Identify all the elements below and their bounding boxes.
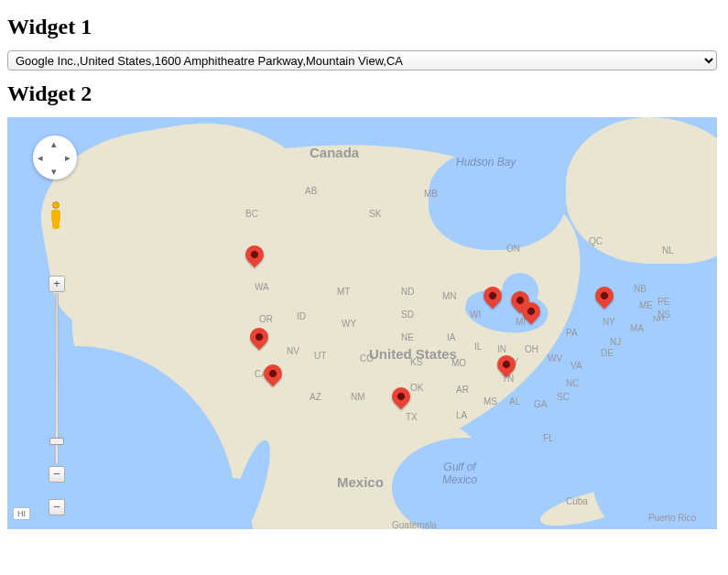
landmass [566, 117, 717, 264]
zoom-out-button[interactable]: − [49, 466, 65, 483]
pan-down-icon[interactable]: ▾ [51, 167, 57, 177]
location-select[interactable]: Google Inc.,United States,1600 Amphithea… [7, 50, 717, 71]
zoom-out-wrap: − [49, 465, 65, 483]
st-ma: MA [630, 323, 644, 333]
zoom-out-far-wrap: − [49, 498, 65, 515]
zoom-out-far-button[interactable]: − [49, 499, 65, 515]
st-ny: NY [603, 317, 615, 327]
pan-right-icon[interactable]: ▸ [65, 153, 71, 163]
st-sc: SC [557, 392, 570, 402]
pan-up-icon[interactable]: ▴ [51, 139, 57, 149]
st-ga: GA [534, 399, 547, 409]
hawaii-inset-button[interactable]: HI [13, 507, 30, 520]
pegman-icon[interactable] [48, 201, 64, 229]
water [429, 149, 566, 250]
widget1-heading: Widget 1 [7, 15, 721, 39]
water [593, 355, 717, 529]
prov-pe: PE [657, 297, 669, 307]
pan-control: ▴ ▾ ◂ ▸ [33, 136, 77, 179]
st-wv: WV [548, 353, 562, 363]
st-al: AL [509, 396, 520, 407]
zoom-in-button[interactable]: + [49, 276, 65, 292]
zoom-slider-handle[interactable] [49, 438, 64, 445]
st-nh: NH [653, 314, 665, 323]
widget2-heading: Widget 2 [7, 81, 721, 106]
st-va: VA [570, 361, 582, 371]
widget1-select-wrap: Google Inc.,United States,1600 Amphithea… [7, 50, 717, 71]
prov-ns: NS [657, 309, 670, 320]
st-nc: NC [566, 378, 579, 388]
zoom-in-wrap: + [49, 275, 65, 292]
st-pa: PA [566, 328, 578, 338]
st-fl: FL [543, 433, 554, 443]
pan-left-icon[interactable]: ◂ [38, 153, 43, 163]
st-me: ME [639, 300, 653, 310]
st-nj: NJ [610, 337, 621, 347]
prov-nb: NB [634, 284, 647, 294]
pin-ny[interactable] [592, 283, 617, 309]
map-canvas[interactable]: Canada United States Mexico Hudson Bay G… [7, 117, 717, 529]
water [392, 438, 538, 529]
st-de: DE [601, 348, 614, 358]
